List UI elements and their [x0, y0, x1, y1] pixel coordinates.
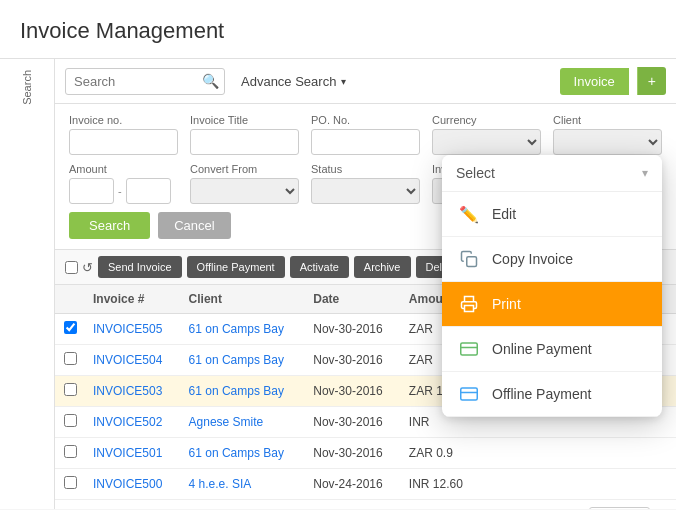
adv-amount-label: Amount [69, 163, 178, 175]
search-input-wrap: 🔍 [65, 68, 225, 95]
adv-field-currency: Currency [432, 114, 541, 155]
refresh-icon[interactable]: ↺ [82, 260, 93, 275]
search-bar: 🔍 Advance Search ▾ Invoice + [55, 59, 676, 104]
adv-field-invoice-no: Invoice no. [69, 114, 178, 155]
action-dropdown: Select ▾ ✏️ Edit Copy Invoice [442, 155, 662, 417]
row-client: 456 [181, 500, 306, 510]
copy-icon [458, 248, 480, 270]
row-client: 61 on Camps Bay [181, 345, 306, 376]
row-checkbox[interactable] [64, 321, 77, 334]
adv-client-select[interactable] [553, 129, 662, 155]
col-client: Client [181, 285, 306, 314]
row-client: 4 h.e.e. SIA [181, 469, 306, 500]
dropdown-item-copy-label: Copy Invoice [492, 251, 573, 267]
row-checkbox-cell [55, 345, 85, 376]
row-date: Nov-24-2016 [305, 469, 401, 500]
invoice-id-link[interactable]: INVOICE504 [93, 353, 162, 367]
row-date: Nov-24-2016 [305, 500, 401, 510]
amount-dash: - [118, 185, 122, 197]
dropdown-item-offline-payment[interactable]: Offline Payment [442, 372, 662, 417]
col-date: Date [305, 285, 401, 314]
dropdown-item-edit-label: Edit [492, 206, 516, 222]
row-invoice-id: INVOICE503 [85, 376, 181, 407]
row-checkbox-cell [55, 314, 85, 345]
sidebar-search-label: Search [0, 69, 54, 105]
dropdown-item-offline-label: Offline Payment [492, 386, 591, 402]
row-invoice-id: INVOICE504 [85, 345, 181, 376]
app-container: Invoice Management Search 🔍 Advance Sear… [0, 0, 676, 510]
print-icon [458, 293, 480, 315]
row-checkbox-cell [55, 500, 85, 510]
row-client: 61 on Camps Bay [181, 314, 306, 345]
dropdown-chevron-icon: ▾ [642, 166, 648, 180]
row-actions: Active SENT Select [505, 500, 676, 510]
client-link[interactable]: 61 on Camps Bay [189, 353, 284, 367]
row-checkbox-cell [55, 438, 85, 469]
row-amount: INR 26 946.00 [401, 500, 506, 510]
dropdown-header-label: Select [456, 165, 495, 181]
activate-button[interactable]: Activate [290, 256, 349, 278]
adv-convert-from-select[interactable] [190, 178, 299, 204]
invoice-id-link[interactable]: INVOICE502 [93, 415, 162, 429]
table-row: INVOICE500 4 h.e.e. SIA Nov-24-2016 INR … [55, 469, 676, 500]
search-magnifier-icon[interactable]: 🔍 [202, 73, 219, 89]
adv-invoice-no-input[interactable] [69, 129, 178, 155]
row-checkbox-cell [55, 469, 85, 500]
check-refresh: ↺ [65, 260, 93, 275]
row-checkbox[interactable] [64, 414, 77, 427]
client-link[interactable]: 4 h.e.e. SIA [189, 477, 252, 491]
dropdown-item-copy-invoice[interactable]: Copy Invoice [442, 237, 662, 282]
adv-convert-from-label: Convert From [190, 163, 299, 175]
invoice-id-link[interactable]: INVOICE501 [93, 446, 162, 460]
adv-po-no-label: PO. No. [311, 114, 420, 126]
select-all-checkbox[interactable] [65, 261, 78, 274]
search-button[interactable]: Search [69, 212, 150, 239]
invoice-button[interactable]: Invoice [560, 68, 629, 95]
invoice-id-link[interactable]: INVOICE505 [93, 322, 162, 336]
row-invoice-id: INVOICE502 [85, 407, 181, 438]
adv-amount-to-input[interactable] [126, 178, 171, 204]
advance-search-button[interactable]: Advance Search ▾ [233, 69, 354, 94]
invoice-plus-button[interactable]: + [637, 67, 666, 95]
adv-status-select[interactable] [311, 178, 420, 204]
row-action-select[interactable]: Select [589, 507, 650, 509]
col-invoice-num: Invoice # [85, 285, 181, 314]
dropdown-item-online-label: Online Payment [492, 341, 592, 357]
row-checkbox[interactable] [64, 476, 77, 489]
amount-range: - [69, 178, 178, 204]
svg-rect-2 [461, 343, 478, 355]
adv-po-no-input[interactable] [311, 129, 420, 155]
row-date: Nov-30-2016 [305, 314, 401, 345]
chevron-down-icon: ▾ [341, 76, 346, 87]
dropdown-item-print[interactable]: Print [442, 282, 662, 327]
invoice-id-link[interactable]: INVOICE503 [93, 384, 162, 398]
search-input[interactable] [65, 68, 225, 95]
row-actions [505, 469, 676, 500]
svg-rect-1 [465, 306, 474, 312]
adv-invoice-title-input[interactable] [190, 129, 299, 155]
client-link[interactable]: 61 on Camps Bay [189, 446, 284, 460]
row-amount: ZAR 0.9 [401, 438, 506, 469]
adv-row-1: Invoice no. Invoice Title PO. No. Curren… [69, 114, 662, 155]
row-checkbox-cell [55, 376, 85, 407]
adv-invoice-title-label: Invoice Title [190, 114, 299, 126]
invoice-id-link[interactable]: INVOICE500 [93, 477, 162, 491]
adv-amount-from-input[interactable] [69, 178, 114, 204]
offline-payment-button[interactable]: Offline Payment [187, 256, 285, 278]
client-link[interactable]: 61 on Camps Bay [189, 322, 284, 336]
row-invoice-id: INVOICE505 [85, 314, 181, 345]
row-checkbox[interactable] [64, 445, 77, 458]
row-checkbox[interactable] [64, 352, 77, 365]
dropdown-item-online-payment[interactable]: Online Payment [442, 327, 662, 372]
client-link[interactable]: Agnese Smite [189, 415, 264, 429]
row-amount: INR 12.60 [401, 469, 506, 500]
adv-field-amount: Amount - [69, 163, 178, 204]
adv-field-client: Client [553, 114, 662, 155]
client-link[interactable]: 61 on Camps Bay [189, 384, 284, 398]
dropdown-item-edit[interactable]: ✏️ Edit [442, 192, 662, 237]
send-invoice-button[interactable]: Send Invoice [98, 256, 182, 278]
archive-button[interactable]: Archive [354, 256, 411, 278]
adv-currency-select[interactable] [432, 129, 541, 155]
cancel-button[interactable]: Cancel [158, 212, 230, 239]
row-checkbox[interactable] [64, 383, 77, 396]
